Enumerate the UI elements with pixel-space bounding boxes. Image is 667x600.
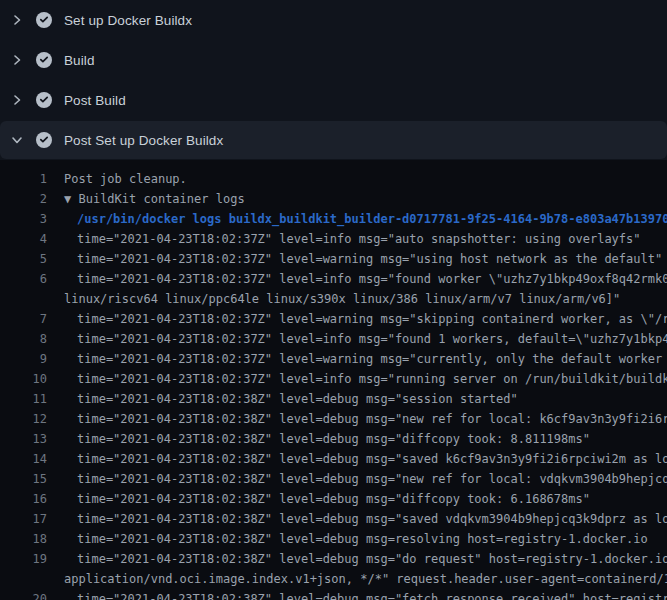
log-line: 2▼ BuildKit container logs xyxy=(0,189,667,209)
chevron-right-icon xyxy=(11,54,23,66)
log-line: 8time="2021-04-23T18:02:37Z" level=info … xyxy=(0,329,667,349)
log-line: 6time="2021-04-23T18:02:37Z" level=info … xyxy=(0,269,667,289)
log-text: time="2021-04-23T18:02:38Z" level=debug … xyxy=(47,389,667,409)
check-circle-icon xyxy=(36,12,52,28)
log-text: time="2021-04-23T18:02:38Z" level=debug … xyxy=(47,409,667,429)
step-header-set-up-docker-buildx[interactable]: Set up Docker Buildx xyxy=(0,0,667,40)
log-line-wrap: linux/riscv64 linux/ppc64le linux/s390x … xyxy=(0,289,667,309)
check-circle-icon xyxy=(36,92,52,108)
line-number[interactable]: 5 xyxy=(0,249,47,269)
line-number[interactable]: 6 xyxy=(0,269,47,289)
log-text: time="2021-04-23T18:02:38Z" level=debug … xyxy=(47,549,667,569)
log-line: 17time="2021-04-23T18:02:38Z" level=debu… xyxy=(0,509,667,529)
log-group-label[interactable]: BuildKit container logs xyxy=(78,192,244,206)
log-text: time="2021-04-23T18:02:37Z" level=warnin… xyxy=(47,349,667,369)
line-number[interactable]: 7 xyxy=(0,309,47,329)
line-number[interactable]: 11 xyxy=(0,389,47,409)
check-circle-icon xyxy=(36,132,52,148)
log-text: time="2021-04-23T18:02:38Z" level=debug … xyxy=(47,429,667,449)
log-text: time="2021-04-23T18:02:37Z" level=info m… xyxy=(47,269,667,289)
step-title: Post Set up Docker Buildx xyxy=(64,133,223,148)
log-line: 9time="2021-04-23T18:02:37Z" level=warni… xyxy=(0,349,667,369)
line-number-empty xyxy=(0,289,47,309)
line-number[interactable]: 10 xyxy=(0,369,47,389)
group-collapse-icon[interactable]: ▼ xyxy=(64,192,78,206)
log-line: 4time="2021-04-23T18:02:37Z" level=info … xyxy=(0,229,667,249)
log-line: 13time="2021-04-23T18:02:38Z" level=debu… xyxy=(0,429,667,449)
check-circle-icon xyxy=(36,52,52,68)
actions-log-viewer: Set up Docker Buildx Build Post Build Po… xyxy=(0,0,667,600)
log-line: 5time="2021-04-23T18:02:37Z" level=warni… xyxy=(0,249,667,269)
line-number[interactable]: 3 xyxy=(0,209,47,229)
log-text: time="2021-04-23T18:02:37Z" level=info m… xyxy=(47,369,667,389)
line-number[interactable]: 15 xyxy=(0,469,47,489)
log-line: 1Post job cleanup. xyxy=(0,169,667,189)
line-number[interactable]: 2 xyxy=(0,189,47,209)
log-text: time="2021-04-23T18:02:37Z" level=warnin… xyxy=(47,249,667,269)
log-text: time="2021-04-23T18:02:37Z" level=info m… xyxy=(47,329,667,349)
step-header-build[interactable]: Build xyxy=(0,40,667,80)
line-number[interactable]: 12 xyxy=(0,409,47,429)
log-line: 7time="2021-04-23T18:02:37Z" level=warni… xyxy=(0,309,667,329)
line-number[interactable]: 17 xyxy=(0,509,47,529)
step-title: Post Build xyxy=(64,93,126,108)
log-line: 16time="2021-04-23T18:02:38Z" level=debu… xyxy=(0,489,667,509)
log-line: 11time="2021-04-23T18:02:38Z" level=debu… xyxy=(0,389,667,409)
step-title: Set up Docker Buildx xyxy=(64,13,192,28)
line-number[interactable]: 4 xyxy=(0,229,47,249)
line-number-empty xyxy=(0,569,47,589)
line-number[interactable]: 1 xyxy=(0,169,47,189)
log-line: 20time="2021-04-23T18:02:38Z" level=debu… xyxy=(0,589,667,600)
line-number[interactable]: 8 xyxy=(0,329,47,349)
log-text: time="2021-04-23T18:02:38Z" level=debug … xyxy=(47,529,667,549)
log-line: 19time="2021-04-23T18:02:38Z" level=debu… xyxy=(0,549,667,569)
line-number[interactable]: 13 xyxy=(0,429,47,449)
log-lines: 1Post job cleanup.2▼ BuildKit container … xyxy=(0,169,667,600)
log-line: 14time="2021-04-23T18:02:38Z" level=debu… xyxy=(0,449,667,469)
log-text: time="2021-04-23T18:02:38Z" level=debug … xyxy=(47,449,667,469)
log-text: time="2021-04-23T18:02:38Z" level=debug … xyxy=(47,489,667,509)
log-text: time="2021-04-23T18:02:37Z" level=warnin… xyxy=(47,309,667,329)
log-line: 3/usr/bin/docker logs buildx_buildkit_bu… xyxy=(0,209,667,229)
line-number[interactable]: 9 xyxy=(0,349,47,369)
log-line: 15time="2021-04-23T18:02:38Z" level=debu… xyxy=(0,469,667,489)
step-header-post-build[interactable]: Post Build xyxy=(0,80,667,120)
log-text-continuation: application/vnd.oci.image.index.v1+json,… xyxy=(47,569,667,589)
step-title: Build xyxy=(64,53,95,68)
chevron-right-icon xyxy=(11,94,23,106)
step-header-post-set-up-docker-buildx[interactable]: Post Set up Docker Buildx xyxy=(0,121,667,159)
chevron-down-icon xyxy=(11,134,23,146)
log-text: time="2021-04-23T18:02:38Z" level=debug … xyxy=(47,589,667,600)
log-command-text: /usr/bin/docker logs buildx_buildkit_bui… xyxy=(47,209,667,229)
log-group-line[interactable]: ▼ BuildKit container logs xyxy=(47,189,667,209)
step-log-panel: 1Post job cleanup.2▼ BuildKit container … xyxy=(0,160,667,600)
log-text: time="2021-04-23T18:02:37Z" level=info m… xyxy=(47,229,667,249)
log-text-continuation: linux/riscv64 linux/ppc64le linux/s390x … xyxy=(47,289,667,309)
log-line: 12time="2021-04-23T18:02:38Z" level=debu… xyxy=(0,409,667,429)
line-number[interactable]: 16 xyxy=(0,489,47,509)
log-line: 18time="2021-04-23T18:02:38Z" level=debu… xyxy=(0,529,667,549)
line-number[interactable]: 20 xyxy=(0,589,47,600)
line-number[interactable]: 14 xyxy=(0,449,47,469)
line-number[interactable]: 18 xyxy=(0,529,47,549)
log-text: Post job cleanup. xyxy=(47,169,667,189)
log-text: time="2021-04-23T18:02:38Z" level=debug … xyxy=(47,509,667,529)
log-line: 10time="2021-04-23T18:02:37Z" level=info… xyxy=(0,369,667,389)
chevron-right-icon xyxy=(11,14,23,26)
log-line-wrap: application/vnd.oci.image.index.v1+json,… xyxy=(0,569,667,589)
line-number[interactable]: 19 xyxy=(0,549,47,569)
log-text: time="2021-04-23T18:02:38Z" level=debug … xyxy=(47,469,667,489)
